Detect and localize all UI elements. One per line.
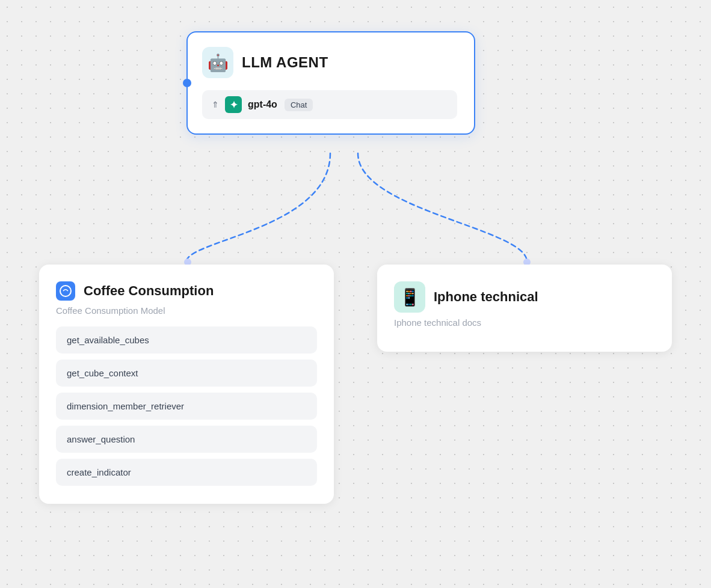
llm-agent-title: LLM AGENT bbox=[242, 54, 328, 71]
tool-item-3[interactable]: dimension_member_retriever bbox=[56, 393, 317, 420]
tool-item-2[interactable]: get_cube_context bbox=[56, 360, 317, 387]
node-header: 🤖 LLM AGENT bbox=[202, 47, 457, 78]
iphone-card-title: Iphone technical bbox=[434, 289, 538, 305]
openai-icon: ✦ bbox=[225, 96, 242, 113]
coffee-consumption-card[interactable]: Coffee Consumption Coffee Consumption Mo… bbox=[39, 265, 334, 504]
node-left-handle bbox=[183, 79, 191, 87]
coffee-card-title: Coffee Consumption bbox=[84, 283, 214, 299]
chatbi-icon bbox=[56, 281, 75, 301]
model-badge: Chat bbox=[285, 99, 313, 111]
robot-icon: 🤖 bbox=[202, 47, 233, 78]
coffee-card-subtitle: Coffee Consumption Model bbox=[56, 305, 317, 316]
iphone-card-subtitle: Iphone technical docs bbox=[394, 317, 655, 328]
tool-item-1[interactable]: get_available_cubes bbox=[56, 326, 317, 354]
iphone-card-header: 📱 Iphone technical bbox=[394, 281, 655, 313]
iphone-technical-card[interactable]: 📱 Iphone technical Iphone technical docs bbox=[377, 265, 672, 352]
chatbi-logo bbox=[56, 281, 75, 301]
llm-agent-node[interactable]: 🤖 LLM AGENT ⇑ ✦ gpt-4o Chat bbox=[186, 31, 475, 135]
model-row[interactable]: ⇑ ✦ gpt-4o Chat bbox=[202, 90, 457, 119]
model-arrow-icon: ⇑ bbox=[212, 100, 219, 109]
coffee-card-header: Coffee Consumption bbox=[56, 281, 317, 301]
svg-point-0 bbox=[60, 286, 71, 296]
model-name: gpt-4o bbox=[248, 99, 277, 110]
tool-item-4[interactable]: answer_question bbox=[56, 426, 317, 453]
iphone-icon: 📱 bbox=[394, 281, 425, 313]
tool-item-5[interactable]: create_indicator bbox=[56, 459, 317, 486]
